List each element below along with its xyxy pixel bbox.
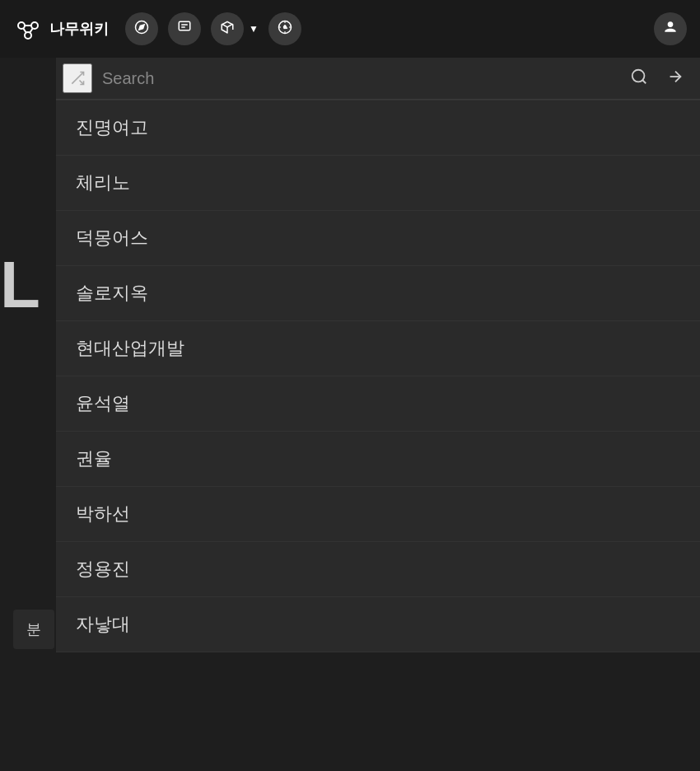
- cube-button[interactable]: [211, 12, 244, 45]
- shuffle-button[interactable]: [63, 63, 92, 93]
- compass-icon: [134, 20, 149, 38]
- explore-button[interactable]: [125, 12, 158, 45]
- search-button[interactable]: [621, 60, 657, 96]
- dropdown-item[interactable]: 박하선: [56, 487, 700, 542]
- user-icon: [662, 19, 679, 40]
- user-avatar[interactable]: [654, 12, 687, 45]
- svg-point-15: [283, 26, 286, 29]
- dropdown-item[interactable]: 권율: [56, 432, 700, 487]
- search-icon: [630, 68, 648, 90]
- navbar: 나무위키 ▼: [0, 0, 700, 58]
- svg-line-5: [30, 28, 33, 33]
- dropdown-item[interactable]: 현대산업개발: [56, 321, 700, 376]
- search-input[interactable]: [92, 69, 621, 88]
- svg-line-23: [642, 80, 646, 83]
- dropdown-item[interactable]: 덕몽어스: [56, 211, 700, 266]
- dropdown-item[interactable]: 진명여고: [56, 100, 700, 156]
- search-bar-container: [56, 58, 700, 100]
- dropdown-item[interactable]: 체리노: [56, 156, 700, 211]
- site-logo[interactable]: 나무위키: [13, 14, 109, 44]
- arrow-right-icon: [666, 68, 684, 90]
- search-bar: [56, 58, 700, 99]
- svg-rect-8: [179, 21, 190, 30]
- cube-dropdown-button[interactable]: ▼: [211, 12, 259, 45]
- svg-line-4: [23, 28, 26, 33]
- stats-icon: [278, 20, 292, 38]
- stats-button[interactable]: [268, 12, 301, 45]
- go-button[interactable]: [657, 60, 693, 96]
- search-dropdown: 진명여고체리노덕몽어스솔로지옥현대산업개발윤석열권율박하선정용진자낳대: [56, 100, 700, 652]
- chevron-down-icon: ▼: [249, 23, 259, 35]
- bg-letter: L: [0, 247, 40, 323]
- bottom-label: 분: [13, 610, 54, 649]
- chat-button[interactable]: [168, 12, 201, 45]
- dropdown-item[interactable]: 자낳대: [56, 597, 700, 652]
- logo-svg: [13, 14, 43, 44]
- dropdown-item[interactable]: 정용진: [56, 542, 700, 597]
- svg-point-22: [632, 69, 645, 82]
- dropdown-item[interactable]: 윤석열: [56, 376, 700, 432]
- dropdown-item[interactable]: 솔로지옥: [56, 266, 700, 321]
- logo-text: 나무위키: [49, 19, 109, 39]
- chat-icon: [177, 20, 192, 38]
- svg-marker-7: [139, 25, 144, 30]
- search-overlay: 진명여고체리노덕몽어스솔로지옥현대산업개발윤석열권율박하선정용진자낳대: [56, 58, 700, 652]
- cube-icon: [220, 20, 235, 38]
